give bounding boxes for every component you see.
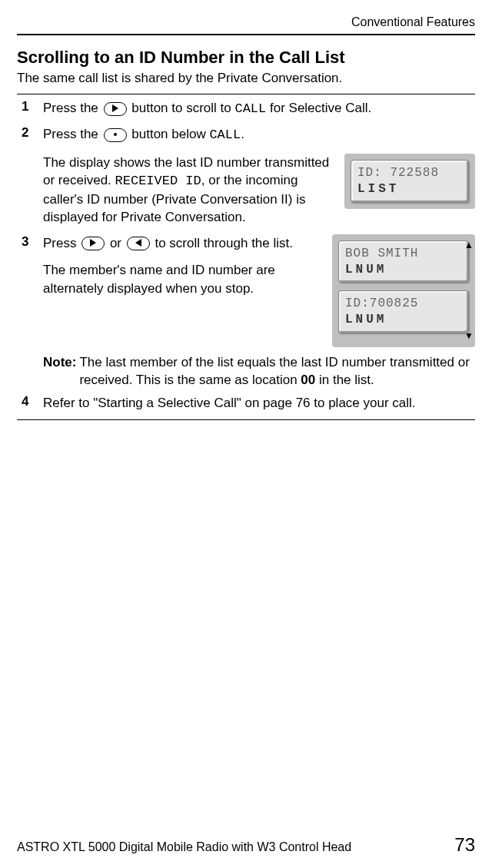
step-number: 4 <box>17 394 43 409</box>
scroll-right-button-icon <box>81 237 105 250</box>
text: button to scroll to <box>128 101 235 115</box>
footer-title: ASTRO XTL 5000 Digital Mobile Radio with… <box>17 840 351 854</box>
step-2: 2 Press the button below CALL. The displ… <box>17 125 475 229</box>
svg-point-1 <box>114 133 117 136</box>
step-body: Press or to scroll through the list. The… <box>43 234 475 389</box>
step-1: 1 Press the button to scroll to CALL for… <box>17 99 475 121</box>
header-rule <box>17 34 475 35</box>
lcd-line-1: ID:700825 <box>345 296 462 312</box>
note-label: Note: <box>43 353 76 389</box>
svg-marker-3 <box>135 239 141 247</box>
page-number: 73 <box>454 834 475 856</box>
steps-list: 1 Press the button to scroll to CALL for… <box>17 99 475 415</box>
menu-call-label: CALL <box>209 128 241 142</box>
text: The member's name and ID number are alte… <box>43 261 321 297</box>
text: Press <box>43 236 80 250</box>
text: in the list. <box>315 373 374 387</box>
received-id-label: RECEIVED ID <box>115 174 201 188</box>
menu-call-label: CALL <box>234 101 266 116</box>
lcd-screen: ID: 722588 LIST <box>351 160 469 203</box>
running-header: Conventional Features <box>17 15 475 29</box>
step-body: Press the button to scroll to CALL for S… <box>43 99 475 121</box>
display-panel-1: ID: 722588 LIST <box>344 154 475 209</box>
lcd-screen-b: ID:700825 LNUM <box>338 290 469 333</box>
lcd-line-2: LNUM <box>345 262 462 278</box>
step-body: Press the button below CALL. The display… <box>43 125 475 229</box>
text: or <box>106 236 125 250</box>
up-arrow-icon: ▲ <box>464 239 474 252</box>
lcd-line-1: BOB SMITH <box>345 246 462 262</box>
intro-text: The same call list is shared by the Priv… <box>17 71 475 86</box>
lcd-line-1: ID: 722588 <box>357 165 462 181</box>
text: button below <box>128 127 210 141</box>
step-body: Refer to "Starting a Selective Call" on … <box>43 394 475 415</box>
step-text: Press or to scroll through the list. The… <box>43 234 321 300</box>
scroll-right-button-icon <box>104 102 127 116</box>
soft-button-icon <box>104 128 127 142</box>
note-text: The last member of the list equals the l… <box>79 353 475 389</box>
text: Press the <box>43 127 102 141</box>
note-bold: 00 <box>301 373 315 387</box>
text: Refer to "Starting a Selective Call" on … <box>43 394 475 412</box>
section-title: Scrolling to an ID Number in the Call Li… <box>17 48 475 68</box>
step-4: 4 Refer to "Starting a Selective Call" o… <box>17 394 475 415</box>
lcd-line-2: LIST <box>357 181 462 197</box>
text: to scroll through the list. <box>151 236 293 250</box>
svg-marker-0 <box>112 104 118 112</box>
display-panel-2: ▲ BOB SMITH LNUM ID:700825 LNUM ▼ <box>332 234 475 347</box>
lcd-line-2: LNUM <box>345 312 462 328</box>
svg-marker-2 <box>90 239 96 247</box>
text: for Selective Call. <box>266 101 371 115</box>
text: . <box>241 127 244 141</box>
page: Conventional Features Scrolling to an ID… <box>0 0 492 868</box>
lcd-screen-a: BOB SMITH LNUM <box>338 240 469 283</box>
steps-bottom-rule <box>17 419 475 420</box>
down-arrow-icon: ▼ <box>464 330 474 343</box>
step-3: 3 Press or to scroll through the list. T… <box>17 234 475 389</box>
step-number: 2 <box>17 125 43 141</box>
text: Press the <box>43 101 102 115</box>
step-2-detail: The display shows the last ID number tra… <box>43 154 475 230</box>
text: The last member of the list equals the l… <box>79 355 469 387</box>
scroll-left-button-icon <box>127 237 150 250</box>
step-number: 1 <box>17 99 43 114</box>
page-footer: ASTRO XTL 5000 Digital Mobile Radio with… <box>17 834 475 856</box>
step-number: 3 <box>17 234 43 250</box>
step-3-detail: Press or to scroll through the list. The… <box>43 234 475 347</box>
step-text: The display shows the last ID number tra… <box>43 154 334 230</box>
note: Note: The last member of the list equals… <box>43 353 475 389</box>
steps-top-rule <box>17 94 475 94</box>
